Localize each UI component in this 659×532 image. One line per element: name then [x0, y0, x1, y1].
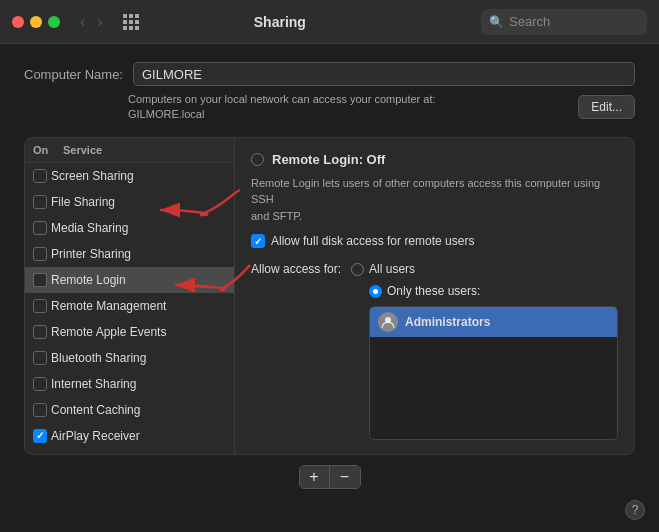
- service-item-media-sharing[interactable]: Media Sharing: [25, 215, 234, 241]
- service-label-screen-sharing: Screen Sharing: [51, 169, 134, 183]
- close-button[interactable]: [12, 16, 24, 28]
- checkbox-bluetooth-sharing[interactable]: [33, 351, 47, 365]
- computer-name-row: Computer Name:: [24, 62, 635, 86]
- full-disk-label: Allow full disk access for remote users: [271, 234, 474, 248]
- service-label-file-sharing: File Sharing: [51, 195, 115, 209]
- service-items: Screen Sharing File Sharing Media Sharin…: [25, 163, 234, 454]
- service-label-remote-login: Remote Login: [51, 273, 126, 287]
- service-item-remote-management[interactable]: Remote Management: [25, 293, 234, 319]
- search-input[interactable]: [509, 14, 629, 29]
- computer-name-label: Computer Name:: [24, 67, 123, 82]
- add-remove-group: + −: [299, 465, 361, 489]
- checkbox-content-caching[interactable]: [33, 403, 47, 417]
- user-icon-admin: [378, 312, 398, 332]
- col-service-header: Service: [63, 144, 102, 156]
- edit-button[interactable]: Edit...: [578, 95, 635, 119]
- users-list: Administrators: [369, 306, 618, 440]
- service-label-remote-apple-events: Remote Apple Events: [51, 325, 166, 339]
- remote-login-desc: Remote Login lets users of other compute…: [251, 175, 618, 225]
- only-users-label: Only these users:: [387, 284, 480, 298]
- checkbox-printer-sharing[interactable]: [33, 247, 47, 261]
- all-users-radio[interactable]: [351, 263, 364, 276]
- help-button[interactable]: ?: [625, 500, 645, 520]
- local-network-row: Computers on your local network can acce…: [128, 92, 635, 123]
- remote-login-radio-off[interactable]: [251, 153, 264, 166]
- remote-login-title-text: Remote Login: Off: [272, 152, 385, 167]
- service-label-content-caching: Content Caching: [51, 403, 140, 417]
- service-item-content-caching[interactable]: Content Caching: [25, 397, 234, 423]
- back-button[interactable]: ‹: [76, 11, 89, 33]
- service-label-remote-management: Remote Management: [51, 299, 166, 313]
- checkbox-remote-management[interactable]: [33, 299, 47, 313]
- service-label-airplay-receiver: AirPlay Receiver: [51, 429, 140, 443]
- service-item-printer-sharing[interactable]: Printer Sharing: [25, 241, 234, 267]
- local-network-text: Computers on your local network can acce…: [128, 92, 436, 123]
- checkbox-screen-sharing[interactable]: [33, 169, 47, 183]
- service-item-internet-sharing[interactable]: Internet Sharing: [25, 371, 234, 397]
- remote-login-title-row: Remote Login: Off: [251, 152, 618, 167]
- service-label-internet-sharing: Internet Sharing: [51, 377, 136, 391]
- service-item-airplay-receiver[interactable]: AirPlay Receiver: [25, 423, 234, 449]
- checkbox-file-sharing[interactable]: [33, 195, 47, 209]
- service-label-printer-sharing: Printer Sharing: [51, 247, 131, 261]
- all-users-option[interactable]: All users: [351, 262, 415, 276]
- service-item-remote-apple-events[interactable]: Remote Apple Events: [25, 319, 234, 345]
- content-area: Computer Name: Computers on your local n…: [0, 44, 659, 507]
- service-item-file-sharing[interactable]: File Sharing: [25, 189, 234, 215]
- access-label: Allow access for:: [251, 262, 341, 276]
- checkbox-remote-login[interactable]: [33, 273, 47, 287]
- service-list: On Service Screen Sharing File Sharing M…: [25, 138, 235, 454]
- access-options: All users: [351, 262, 415, 276]
- minimize-button[interactable]: [30, 16, 42, 28]
- user-list-item-admin[interactable]: Administrators: [370, 307, 617, 337]
- checkbox-remote-apple-events[interactable]: [33, 325, 47, 339]
- only-users-radio[interactable]: [369, 285, 382, 298]
- user-name-admin: Administrators: [405, 315, 490, 329]
- col-on-header: On: [33, 144, 63, 156]
- checkbox-airplay-receiver[interactable]: [33, 429, 47, 443]
- checkbox-internet-sharing[interactable]: [33, 377, 47, 391]
- all-users-label: All users: [369, 262, 415, 276]
- service-header: On Service: [25, 138, 234, 163]
- window-title: Sharing: [89, 14, 471, 30]
- full-disk-checkbox[interactable]: [251, 234, 265, 248]
- only-users-row: Only these users:: [369, 284, 618, 298]
- service-label-bluetooth-sharing: Bluetooth Sharing: [51, 351, 146, 365]
- search-box: 🔍: [481, 9, 647, 35]
- service-item-remote-login[interactable]: Remote Login: [25, 267, 234, 293]
- full-disk-row: Allow full disk access for remote users: [251, 234, 618, 248]
- right-panel: Remote Login: Off Remote Login lets user…: [235, 138, 634, 454]
- checkbox-media-sharing[interactable]: [33, 221, 47, 235]
- computer-name-input[interactable]: [133, 62, 635, 86]
- titlebar: ‹ › Sharing 🔍: [0, 0, 659, 44]
- service-label-media-sharing: Media Sharing: [51, 221, 128, 235]
- remove-user-button[interactable]: −: [330, 466, 360, 488]
- maximize-button[interactable]: [48, 16, 60, 28]
- service-item-bluetooth-sharing[interactable]: Bluetooth Sharing: [25, 345, 234, 371]
- search-icon: 🔍: [489, 15, 504, 29]
- service-item-screen-sharing[interactable]: Screen Sharing: [25, 163, 234, 189]
- bottom-row: + −: [24, 465, 635, 489]
- main-panel: On Service Screen Sharing File Sharing M…: [24, 137, 635, 455]
- traffic-lights: [12, 16, 60, 28]
- access-row: Allow access for: All users: [251, 262, 618, 276]
- add-user-button[interactable]: +: [300, 466, 330, 488]
